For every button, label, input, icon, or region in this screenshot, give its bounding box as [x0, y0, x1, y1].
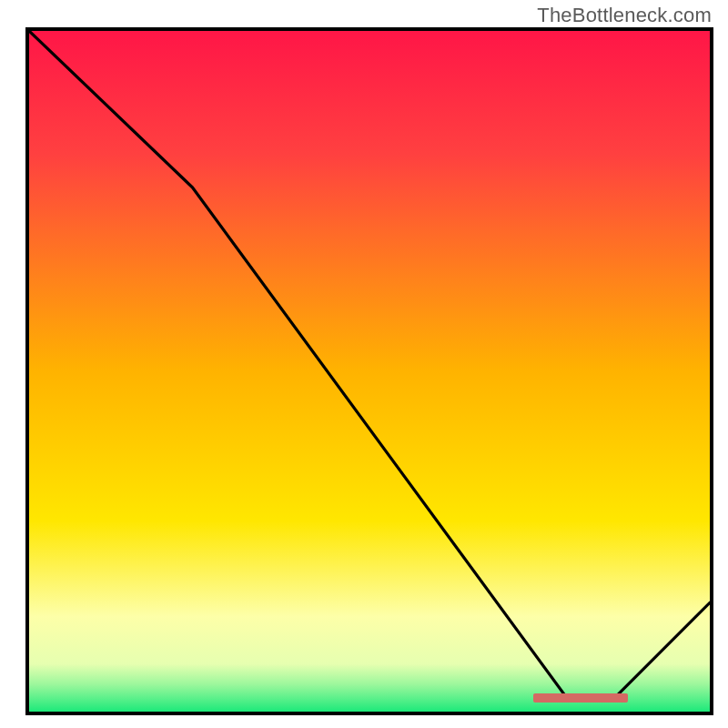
highlight-bar — [533, 693, 629, 703]
watermark-label: TheBottleneck.com — [537, 4, 712, 27]
plot-area — [25, 27, 713, 715]
bottleneck-curve — [29, 31, 710, 698]
chart-container: TheBottleneck.com — [0, 0, 728, 728]
curve-svg — [29, 31, 710, 712]
